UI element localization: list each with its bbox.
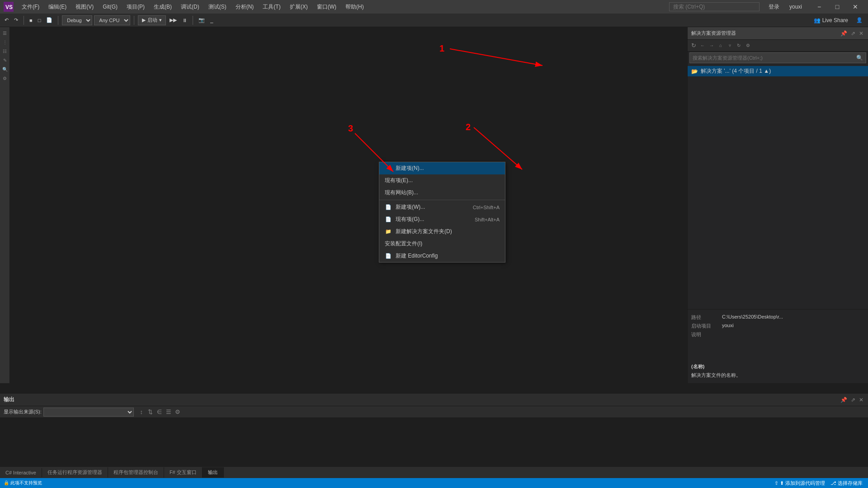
minimize-button[interactable]: − bbox=[810, 0, 828, 14]
toolbar-step-over[interactable]: ▶▶ bbox=[168, 16, 179, 24]
toolbar-btn3[interactable]: 📄 bbox=[44, 16, 54, 24]
sidebar-icon-2[interactable]: ⋮ bbox=[1, 38, 9, 46]
menu-edit[interactable]: 编辑(E) bbox=[45, 1, 70, 13]
close-button[interactable]: ✕ bbox=[846, 0, 864, 14]
tab-task-runner[interactable]: 任务运行程序资源管理器 bbox=[42, 467, 108, 478]
status-bar: 🔒 此项不支持预览 ⇧ ⬆ 添加到源代码管理 ⎇ 选择存储库 bbox=[0, 478, 868, 488]
output-header-buttons: 📌 ⇗ ✕ bbox=[840, 396, 864, 404]
output-source-select[interactable] bbox=[43, 408, 134, 417]
menu-analyze[interactable]: 分析(N) bbox=[232, 1, 258, 13]
se-sync-icon[interactable]: ↻ bbox=[689, 42, 698, 50]
output-close-icon[interactable]: ✕ bbox=[858, 396, 864, 404]
add-sub-sep1 bbox=[379, 200, 505, 200]
output-btn5[interactable]: ⚙ bbox=[174, 408, 182, 416]
liveshare-button[interactable]: 👥 Live Share bbox=[810, 16, 852, 24]
se-forward-icon[interactable]: → bbox=[708, 42, 716, 50]
login-button[interactable]: 登录 bbox=[765, 1, 783, 13]
output-btn2[interactable]: ⇅ bbox=[146, 408, 155, 416]
tab-fsharp[interactable]: F# 交互窗口 bbox=[164, 467, 203, 478]
global-search-input[interactable] bbox=[669, 2, 760, 11]
tab-package-manager[interactable]: 程序包管理器控制台 bbox=[108, 467, 164, 478]
prop-section-name: (名称) bbox=[691, 363, 864, 370]
toolbar-sep1 bbox=[24, 16, 24, 25]
add-sub-new-folder[interactable]: 📁 新建解决方案文件夹(D) bbox=[379, 225, 505, 238]
add-sub-existing-website[interactable]: 现有网站(B)... bbox=[379, 187, 505, 199]
se-search-icon: 🔍 bbox=[856, 55, 863, 61]
se-solution-label: 解决方案 '...' (4 个项目 / 1 ▲) bbox=[701, 67, 771, 75]
add-sub-editorconfig[interactable]: 📄 新建 EditorConfig bbox=[379, 250, 505, 262]
user-name[interactable]: youxi bbox=[787, 3, 805, 11]
menu-project[interactable]: 项目(P) bbox=[123, 1, 148, 13]
menu-bar: VS 文件(F) 编辑(E) 视图(V) Git(G) 项目(P) 生成(B) … bbox=[0, 0, 868, 14]
maximize-button[interactable]: □ bbox=[828, 0, 846, 14]
tab-output[interactable]: 输出 bbox=[203, 467, 224, 478]
toolbar-btn2[interactable]: □ bbox=[36, 17, 43, 24]
menu-help[interactable]: 帮助(H) bbox=[342, 1, 368, 13]
context-menu-area: 生成解决方案(B) Ctrl+Shift+B 重新生成解决方案(R) 清理解决方… bbox=[688, 225, 868, 383]
float-icon[interactable]: ⇗ bbox=[850, 29, 856, 38]
menu-tools[interactable]: 工具(T) bbox=[259, 1, 284, 13]
add-sub-install-config[interactable]: 安装配置文件(I) bbox=[379, 238, 505, 250]
pin-icon[interactable]: 📌 bbox=[840, 29, 848, 38]
toolbar-pause[interactable]: ⏸ bbox=[180, 17, 189, 24]
status-add-source-control[interactable]: ⇧ ⬆ 添加到源代码管理 bbox=[773, 480, 827, 487]
add-sub-new-project[interactable]: 📄 新建项(W)... Ctrl+Shift+A bbox=[379, 201, 505, 213]
sidebar-icon-5[interactable]: 🔍 bbox=[1, 65, 9, 73]
add-sub-new-item[interactable]: 新建项(N)... bbox=[379, 162, 505, 174]
toolbar-undo[interactable]: ↶ bbox=[3, 16, 10, 24]
se-search-box[interactable]: 🔍 bbox=[689, 52, 866, 63]
output-pin-icon[interactable]: 📌 bbox=[840, 396, 848, 404]
prop-desc-row: 说明 bbox=[691, 330, 864, 339]
panel-close-icon[interactable]: ✕ bbox=[858, 29, 864, 38]
toolbar-redo[interactable]: ↷ bbox=[12, 16, 20, 24]
output-btn3[interactable]: ∈ bbox=[156, 408, 164, 416]
menu-test[interactable]: 测试(S) bbox=[205, 1, 230, 13]
prop-spacer bbox=[691, 339, 864, 361]
toolbar-sep3 bbox=[134, 16, 134, 25]
sidebar-icon-1[interactable]: ☰ bbox=[1, 29, 9, 37]
add-submenu: 新建项(N)... 现有项(E)... 现有网站(B)... 📄 新建项(W).… bbox=[379, 162, 505, 263]
menu-file[interactable]: 文件(F) bbox=[18, 1, 43, 13]
toolbar-btn1[interactable]: ■ bbox=[28, 17, 34, 24]
account-icon[interactable]: 👤 bbox=[854, 17, 865, 23]
status-right-area: ⇧ ⬆ 添加到源代码管理 ⎇ 选择存储库 bbox=[773, 480, 864, 487]
menu-extend[interactable]: 扩展(X) bbox=[286, 1, 311, 13]
toolbar-extra[interactable]: ⎯ bbox=[208, 17, 215, 24]
prop-path-row: 路径 C:\Users\25205\Desktop\r... bbox=[691, 313, 864, 322]
sidebar-icon-4[interactable]: ✎ bbox=[1, 56, 9, 64]
menu-window[interactable]: 窗口(W) bbox=[313, 1, 340, 13]
se-home-icon[interactable]: ⌂ bbox=[717, 42, 725, 50]
add-sub-editorconfig-icon: 📄 bbox=[385, 253, 392, 260]
menu-build[interactable]: 生成(B) bbox=[150, 1, 175, 13]
start-button[interactable]: ▶ 启动 ▾ bbox=[138, 15, 166, 25]
platform-dropdown[interactable]: Any CPU bbox=[94, 15, 130, 25]
sidebar-icon-3[interactable]: ☷ bbox=[1, 47, 9, 55]
add-sub-new-icon bbox=[385, 165, 392, 172]
code-editor-area[interactable] bbox=[10, 27, 687, 383]
add-sub-existing-item[interactable]: 现有项(E)... bbox=[379, 174, 505, 187]
output-btn4[interactable]: ☰ bbox=[165, 408, 173, 416]
se-solution-item[interactable]: 📂 解决方案 '...' (4 个项目 / 1 ▲) bbox=[688, 66, 868, 76]
add-sub-existing-project[interactable]: 📄 现有项(G)... Shift+Alt+A bbox=[379, 213, 505, 225]
start-icon: ▶ bbox=[142, 17, 146, 23]
se-settings-icon[interactable]: ⚙ bbox=[744, 42, 752, 50]
menu-git[interactable]: Git(G) bbox=[99, 2, 121, 12]
debug-mode-dropdown[interactable]: Debug bbox=[62, 15, 92, 25]
toolbar-camera[interactable]: 📷 bbox=[197, 16, 207, 24]
se-filter-icon[interactable]: ▿ bbox=[726, 42, 734, 50]
menu-debug[interactable]: 调试(D) bbox=[177, 1, 203, 13]
se-back-icon[interactable]: ← bbox=[698, 42, 707, 50]
menu-view[interactable]: 视图(V) bbox=[72, 1, 97, 13]
se-refresh-icon[interactable]: ↻ bbox=[735, 42, 743, 50]
status-select-repo[interactable]: ⎇ 选择存储库 bbox=[829, 480, 864, 487]
output-panel-header: 输出 📌 ⇗ ✕ bbox=[0, 394, 868, 406]
start-dropdown-icon: ▾ bbox=[159, 17, 162, 23]
solution-explorer-panel: 解决方案资源管理器 📌 ⇗ ✕ ↻ ← → ⌂ ▿ ↻ ⚙ 🔍 📂 解决方案 '… bbox=[687, 27, 868, 383]
output-float-icon[interactable]: ⇗ bbox=[850, 396, 856, 404]
sidebar-icon-6[interactable]: ⚙ bbox=[1, 74, 9, 82]
liveshare-icon: 👥 bbox=[814, 17, 821, 23]
se-tree-content: 📂 解决方案 '...' (4 个项目 / 1 ▲) bbox=[688, 64, 868, 225]
tab-csharp-interactive[interactable]: C# Interactive bbox=[0, 468, 42, 477]
se-search-input[interactable] bbox=[693, 55, 854, 61]
output-btn1[interactable]: ↕ bbox=[137, 408, 146, 416]
